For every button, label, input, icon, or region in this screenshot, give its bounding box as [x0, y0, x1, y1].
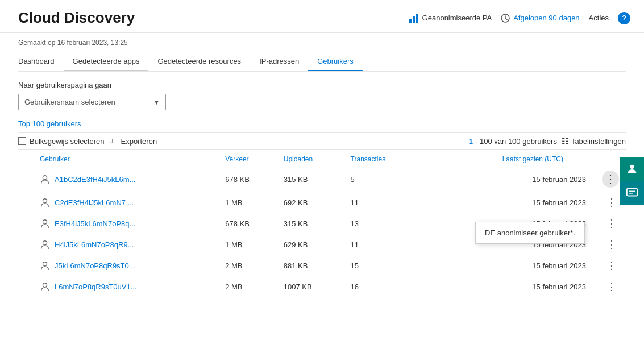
row-more-actions[interactable]: ⋮	[597, 234, 626, 255]
row-transactions: 13	[346, 213, 423, 234]
username-dropdown[interactable]: Gebruikersnaam selecteren ▼	[18, 94, 166, 110]
sidebar-chat-button[interactable]	[620, 157, 644, 181]
created-date: Gemaakt op 16 februari 2023, 13:25	[18, 39, 626, 47]
row-user[interactable]: L6mN7oP8qR9sT0uV1...	[35, 276, 221, 297]
row-more-actions[interactable]: ⋮	[597, 213, 626, 234]
row-last-seen: 15 februari 2023	[423, 276, 597, 297]
row-uploads: 315 KB	[279, 213, 346, 234]
svg-point-7	[43, 176, 47, 180]
svg-point-8	[43, 199, 47, 203]
row-uploads: 692 KB	[279, 192, 346, 213]
svg-rect-14	[627, 188, 637, 196]
row-transactions: 16	[346, 276, 423, 297]
anonymize-pa-button[interactable]: Geanonimiseerde PA	[409, 13, 492, 23]
tab-detected-apps[interactable]: Gedetecteerde apps	[64, 52, 149, 71]
table-settings-icon: ☷	[562, 136, 569, 146]
table-controls-left: Bulksgewijs selecteren ⇩ Exporteren	[18, 137, 157, 146]
row-transactions: 11	[346, 192, 423, 213]
tab-users[interactable]: Gebruikers	[308, 52, 363, 71]
row-last-seen: 15 februari 2023	[423, 192, 597, 213]
row-more-actions[interactable]: ⋮	[597, 276, 626, 297]
row-checkbox	[18, 192, 35, 213]
svg-rect-0	[409, 19, 412, 23]
row-checkbox	[18, 255, 35, 276]
row-user[interactable]: C2dE3fH4iJ5kL6mN7 ...	[35, 192, 221, 213]
table-row: L6mN7oP8qR9sT0uV1...2 MB1007 KB1615 febr…	[18, 276, 626, 297]
user-avatar-icon	[40, 174, 50, 184]
row-uploads: 315 KB	[279, 167, 346, 192]
more-menu-button[interactable]: ⋮	[602, 238, 621, 251]
row-traffic: 1 MB	[221, 234, 279, 255]
user-icon	[626, 163, 638, 175]
context-menu: DE anonimiseer gebruiker*.	[475, 222, 585, 244]
table-controls-right: 1 - 100 van 100 gebruikers ☷ Tabelinstel…	[469, 136, 626, 146]
actions-button[interactable]: Acties	[589, 14, 609, 22]
table-controls: Bulksgewijs selecteren ⇩ Exporteren 1 - …	[18, 132, 626, 150]
more-menu-button[interactable]: ⋮	[602, 171, 619, 188]
header: Cloud Discovery Geanonimiseerde PA Afgel…	[0, 0, 644, 33]
header-actions: Geanonimiseerde PA Afgelopen 90 dagen Ac…	[409, 12, 630, 24]
user-avatar-icon	[40, 218, 50, 229]
table-settings-button[interactable]: ☷ Tabelinstellingen	[562, 136, 626, 146]
page-title: Cloud Discovery	[18, 9, 135, 27]
help-button[interactable]: ?	[618, 12, 630, 24]
bulk-select-checkbox[interactable]: Bulksgewijs selecteren ⇩	[18, 137, 114, 146]
col-last-seen[interactable]: Laatst gezien (UTC)	[423, 152, 597, 167]
row-traffic: 2 MB	[221, 255, 279, 276]
row-checkbox	[18, 276, 35, 297]
message-icon	[626, 186, 638, 199]
table-settings-label: Tabelinstellingen	[571, 137, 626, 146]
row-user[interactable]: J5kL6mN7oP8qR9sT0...	[35, 255, 221, 276]
tab-ip-addresses[interactable]: IP-adressen	[250, 52, 308, 71]
svg-rect-1	[413, 16, 415, 23]
deanonymize-user-item[interactable]: DE anonimiseer gebruiker*.	[476, 225, 584, 241]
row-checkbox	[18, 167, 35, 192]
bulk-select-label: Bulksgewijs selecteren	[30, 137, 105, 146]
top-users-label: Top 100 gebruikers	[18, 119, 626, 128]
more-menu-button[interactable]: ⋮	[602, 259, 621, 272]
row-user[interactable]: H4iJ5kL6mN7oP8qR9...	[35, 234, 221, 255]
table-row: A1bC2dE3fH4iJ5kL6m...678 KB315 KB515 feb…	[18, 167, 626, 192]
sort-down-icon: ⇩	[109, 138, 114, 145]
svg-point-9	[43, 220, 47, 224]
row-traffic: 678 KB	[221, 167, 279, 192]
row-uploads: 1007 KB	[279, 276, 346, 297]
subheader: Gemaakt op 16 februari 2023, 13:25	[0, 33, 644, 47]
svg-point-10	[43, 241, 47, 245]
svg-rect-2	[416, 14, 418, 23]
right-sidebar	[620, 157, 644, 205]
goto-label: Naar gebruikerspagina gaan	[18, 81, 626, 89]
page-number: 1	[469, 137, 473, 146]
dropdown-placeholder: Gebruikersnaam selecteren	[24, 98, 115, 106]
export-button[interactable]: Exporteren	[121, 137, 157, 146]
row-transactions: 15	[346, 255, 423, 276]
row-last-seen: 15 februari 2023	[423, 167, 597, 192]
row-user[interactable]: A1bC2dE3fH4iJ5kL6m...	[35, 167, 221, 192]
more-menu-button[interactable]: ⋮	[602, 217, 621, 230]
more-menu-button[interactable]: ⋮	[602, 196, 621, 209]
user-avatar-icon	[40, 281, 50, 292]
table-row: J5kL6mN7oP8qR9sT0...2 MB881 KB1515 febru…	[18, 255, 626, 276]
sidebar-message-button[interactable]	[620, 181, 644, 205]
row-more-actions[interactable]: ⋮	[597, 255, 626, 276]
row-traffic: 2 MB	[221, 276, 279, 297]
more-menu-button[interactable]: ⋮	[602, 280, 621, 293]
svg-line-6	[505, 18, 507, 19]
col-traffic[interactable]: Verkeer	[221, 152, 279, 167]
col-transactions[interactable]: Transacties	[346, 152, 423, 167]
col-checkbox	[18, 152, 35, 167]
row-uploads: 629 KB	[279, 234, 346, 255]
tab-detected-resources[interactable]: Gedetecteerde resources	[148, 52, 250, 71]
user-avatar-icon	[40, 260, 50, 271]
row-user[interactable]: E3fH4iJ5kL6mN7oP8q...	[35, 213, 221, 234]
table-row: C2dE3fH4iJ5kL6mN7 ...1 MB692 KB1115 febr…	[18, 192, 626, 213]
col-user[interactable]: Gebruiker	[35, 152, 221, 167]
svg-point-12	[43, 283, 47, 287]
period-label: Afgelopen 90 dagen	[513, 14, 579, 22]
col-uploads[interactable]: Uploaden	[279, 152, 346, 167]
period-button[interactable]: Afgelopen 90 dagen	[501, 14, 579, 23]
page-container: Cloud Discovery Geanonimiseerde PA Afgel…	[0, 0, 644, 361]
clock-icon	[501, 14, 510, 23]
user-avatar-icon	[40, 197, 50, 208]
tab-dashboard[interactable]: Dashboard	[18, 52, 64, 71]
